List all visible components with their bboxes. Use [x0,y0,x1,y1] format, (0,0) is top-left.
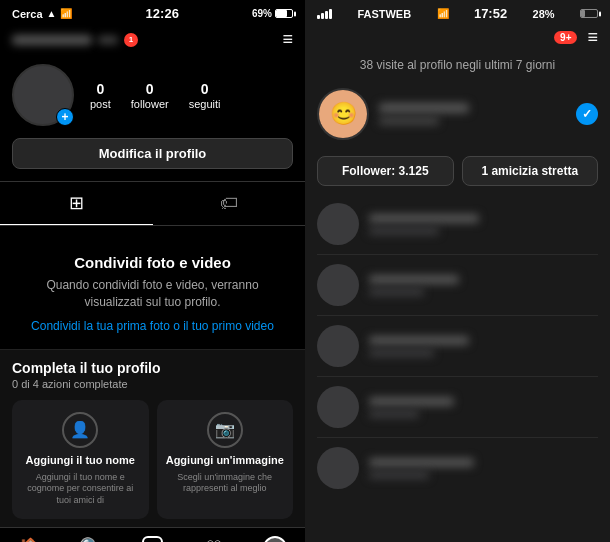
nav-profile[interactable] [244,536,305,542]
share-area: Condividi foto e video Quando condividi … [0,226,305,349]
avatar-wrap: + [12,64,74,126]
follower-info [369,397,598,418]
visit-count: 38 visite al profilo negli ultimi 7 gior… [305,52,610,80]
signal-icon: ▲ [47,8,57,19]
wifi-icon-right: 📶 [437,8,449,19]
wifi-icon: 📶 [60,8,72,19]
follower-avatar [317,325,359,367]
follower-info [369,214,598,235]
bottom-nav: 🏠 🔍 + ♡ [0,527,305,542]
list-item [305,255,610,315]
follower-count: 0 [146,81,154,97]
follower-info [369,336,598,357]
complete-title: Completa il tuo profilo [12,360,293,376]
follower-avatar [317,203,359,245]
battery-pct-right: 28% [533,8,555,20]
grid-icon: ⊞ [69,192,84,214]
nav-add[interactable]: + [122,536,183,542]
card-name-desc: Aggiungi il tuo nome e cognome per conse… [20,472,141,507]
follower-name [369,397,454,406]
follower-label: follower [131,98,169,110]
follower-name [369,214,479,223]
share-title: Condividi foto e video [74,254,231,271]
list-item [305,194,610,254]
follower-avatar [317,447,359,489]
signal-bar-3 [325,11,328,19]
user-profile-card: 😊 ✓ [305,80,610,148]
post-label: post [90,98,111,110]
nav-search[interactable]: 🔍 [61,536,122,542]
status-bar-left: Cerca ▲ 📶 12:26 69% [0,0,305,25]
left-panel: Cerca ▲ 📶 12:26 69% 1 ≡ + 0 post [0,0,305,542]
list-item [305,316,610,376]
status-left-info: Cerca ▲ 📶 [12,8,72,20]
top-nav-left: 1 ≡ [0,25,305,56]
stats-row: 0 post 0 follower 0 seguiti [90,81,293,110]
nav-home[interactable]: 🏠 [0,536,61,542]
tabs-row: ⊞ 🏷 [0,181,305,226]
list-item [305,377,610,437]
battery-fill-left [276,10,287,17]
username-placeholder [12,35,92,45]
nav-likes[interactable]: ♡ [183,536,244,542]
follower-name [369,458,474,467]
username-sub [98,36,118,44]
follower-sub [369,410,419,418]
battery-fill-right [581,10,585,17]
edit-profile-button[interactable]: Modifica il profilo [12,138,293,169]
username-area: 1 [12,33,138,47]
share-desc: Quando condividi foto e video, verranno … [20,277,285,311]
battery-icon-right [580,9,598,18]
user-name-sub [379,117,566,125]
follower-sub [369,288,424,296]
card-name-title: Aggiungi il tuo nome [26,454,135,466]
follower-name [369,275,459,284]
battery-pct-left: 69% [252,8,272,19]
signal-bar-1 [317,15,320,19]
seguiti-count: 0 [201,81,209,97]
user-info-right [379,103,566,125]
verified-checkmark: ✓ [576,103,598,125]
signal-bar-2 [321,13,324,19]
follower-sub [369,349,434,357]
right-panel: FASTWEB 📶 17:52 28% 9+ ≡ 38 visite al pr… [305,0,610,542]
search-label: Cerca [12,8,43,20]
complete-cards: 👤 Aggiungi il tuo nome Aggiungi il tuo n… [12,400,293,519]
avatar-face: 😊 [319,90,367,138]
complete-sub: 0 di 4 azioni completate [12,378,293,390]
hamburger-menu[interactable]: ≡ [282,29,293,50]
battery-icon-left [275,9,293,18]
card-add-name[interactable]: 👤 Aggiungi il tuo nome Aggiungi il tuo n… [12,400,149,519]
left-time: 12:26 [146,6,179,21]
stat-follower: 0 follower [131,81,169,110]
profile-section: + 0 post 0 follower 0 seguiti [0,56,305,138]
tab-grid[interactable]: ⊞ [0,182,153,225]
top-nav-right: 9+ ≡ [305,25,610,52]
signal-bar-4 [329,9,332,19]
status-bar-right: FASTWEB 📶 17:52 28% [305,0,610,25]
add-avatar-button[interactable]: + [56,108,74,126]
user-avatar-right: 😊 [317,88,369,140]
tag-icon: 🏷 [220,193,238,214]
follower-count-button[interactable]: Follower: 3.125 [317,156,454,186]
network-label: FASTWEB [357,8,411,20]
follower-avatar [317,264,359,306]
seguiti-label: seguiti [189,98,221,110]
follower-stats-row: Follower: 3.125 1 amicizia stretta [305,148,610,194]
stat-seguiti: 0 seguiti [189,81,221,110]
user-name-placeholder [379,103,469,113]
card-add-image[interactable]: 📷 Aggiungi un'immagine Scegli un'immagin… [157,400,294,519]
hamburger-right[interactable]: ≡ [587,27,598,48]
list-item [305,438,610,498]
status-icons-right: 69% [252,8,293,19]
right-time: 17:52 [474,6,507,21]
complete-profile-section: Completa il tuo profilo 0 di 4 azioni co… [0,349,305,527]
signal-bars [317,9,332,19]
follower-info [369,275,598,296]
close-friend-button[interactable]: 1 amicizia stretta [462,156,599,186]
tab-tag[interactable]: 🏷 [153,182,306,225]
post-count: 0 [97,81,105,97]
notification-badge[interactable]: 1 [124,33,138,47]
share-link[interactable]: Condividi la tua prima foto o il tuo pri… [31,319,274,333]
notification-badge-right[interactable]: 9+ [554,31,577,44]
